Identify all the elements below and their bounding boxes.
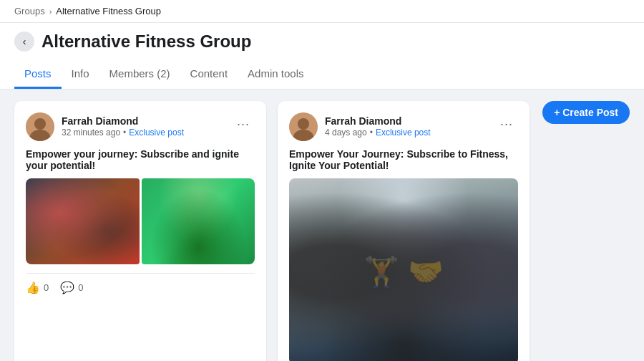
- post-header-left: Farrah Diamond 32 minutes ago • Exclusiv…: [26, 112, 184, 141]
- like-reaction[interactable]: 👍 0: [26, 281, 49, 294]
- dot-separator: •: [370, 127, 373, 139]
- more-options-button[interactable]: ···: [232, 112, 255, 135]
- tab-content[interactable]: Content: [180, 60, 238, 89]
- tab-admin-tools[interactable]: Admin tools: [238, 60, 313, 89]
- breadcrumb: Groups › Alternative Fitness Group: [0, 0, 644, 23]
- post-full-image: [289, 178, 518, 361]
- post-title: Empower Your Journey: Subscribe to Fitne…: [289, 148, 518, 171]
- breadcrumb-current: Alternative Fitness Group: [56, 6, 161, 16]
- page-title-row: ‹ Alternative Fitness Group: [14, 32, 630, 52]
- tab-posts[interactable]: Posts: [14, 60, 62, 89]
- main-content: + Create Post Farrah Diamond 32 minutes …: [0, 90, 644, 361]
- exclusive-tag[interactable]: Exclusive post: [376, 127, 431, 139]
- exclusive-tag[interactable]: Exclusive post: [129, 127, 184, 139]
- post-card: Farrah Diamond 32 minutes ago • Exclusiv…: [14, 101, 266, 361]
- post-meta: 32 minutes ago • Exclusive post: [62, 127, 184, 139]
- post-author-name: Farrah Diamond: [325, 115, 431, 127]
- tab-members[interactable]: Members (2): [99, 60, 180, 89]
- post-author-info: Farrah Diamond 32 minutes ago • Exclusiv…: [62, 115, 184, 139]
- comment-count: 0: [78, 282, 83, 293]
- post-image-2: [142, 178, 255, 264]
- post-author-name: Farrah Diamond: [62, 115, 184, 127]
- reactions-bar: 👍 0 💬 0: [26, 273, 255, 294]
- tab-info[interactable]: Info: [62, 60, 99, 89]
- posts-grid: Farrah Diamond 32 minutes ago • Exclusiv…: [14, 101, 630, 361]
- post-header: Farrah Diamond 4 days ago • Exclusive po…: [289, 112, 518, 141]
- header-section: ‹ Alternative Fitness Group Posts Info M…: [0, 23, 644, 90]
- like-icon: 👍: [26, 281, 40, 294]
- post-card: Farrah Diamond 4 days ago • Exclusive po…: [278, 101, 530, 361]
- breadcrumb-groups-link[interactable]: Groups: [14, 6, 45, 16]
- post-header: Farrah Diamond 32 minutes ago • Exclusiv…: [26, 112, 255, 141]
- post-author-info: Farrah Diamond 4 days ago • Exclusive po…: [325, 115, 431, 139]
- tabs-nav: Posts Info Members (2) Content Admin too…: [14, 60, 630, 89]
- post-time: 4 days ago: [325, 127, 367, 139]
- create-post-button[interactable]: + Create Post: [542, 101, 630, 124]
- post-title: Empower your journey: Subscribe and igni…: [26, 148, 255, 171]
- post-time: 32 minutes ago: [62, 127, 120, 139]
- post-image-1: [26, 178, 140, 264]
- back-button[interactable]: ‹: [14, 32, 34, 52]
- post-header-left: Farrah Diamond 4 days ago • Exclusive po…: [289, 112, 431, 141]
- like-count: 0: [44, 282, 49, 293]
- dot-separator: •: [123, 127, 126, 139]
- post-meta: 4 days ago • Exclusive post: [325, 127, 431, 139]
- comment-reaction[interactable]: 💬 0: [60, 281, 83, 294]
- page-title: Alternative Fitness Group: [42, 32, 251, 52]
- avatar: [289, 112, 318, 141]
- avatar: [26, 112, 54, 141]
- more-dots-icon: ···: [237, 117, 250, 130]
- more-options-button[interactable]: ···: [495, 112, 518, 135]
- more-dots-icon: ···: [500, 117, 513, 130]
- post-image-grid: [26, 178, 255, 264]
- breadcrumb-separator: ›: [49, 7, 52, 16]
- comment-icon: 💬: [60, 281, 74, 294]
